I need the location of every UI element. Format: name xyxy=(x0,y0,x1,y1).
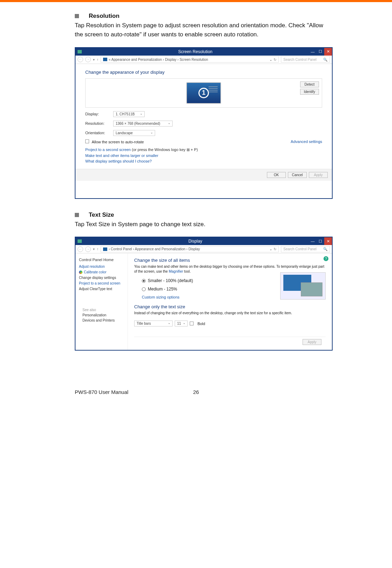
history-button[interactable]: ▾ xyxy=(93,58,95,62)
font-size-select[interactable]: 11 xyxy=(175,321,188,326)
refresh-button[interactable]: ↻ xyxy=(274,58,276,62)
radio-medium[interactable] xyxy=(142,287,146,291)
make-text-link[interactable]: Make text and other items larger or smal… xyxy=(85,153,322,158)
orientation-select[interactable]: Landscape xyxy=(113,130,155,136)
apply-button[interactable]: Apply xyxy=(303,339,321,345)
bullet-icon xyxy=(75,213,79,217)
minimize-button[interactable]: — xyxy=(309,237,317,245)
bullet-icon xyxy=(75,14,79,18)
breadcrumb-text: › Control Panel › Appearance and Persona… xyxy=(109,247,200,251)
seealso-personalization[interactable]: Personalization xyxy=(82,313,121,317)
resolution-label: Resolution: xyxy=(85,121,113,125)
search-input[interactable]: Search Control Panel 🔍 xyxy=(281,246,330,252)
close-button[interactable]: ✕ xyxy=(324,237,332,245)
footer-manual: PWS-870 User Manual xyxy=(75,389,128,395)
sidebar-home[interactable]: Control Panel Home xyxy=(79,258,124,262)
window-icon xyxy=(78,239,82,243)
heading-text-only: Change only the text size xyxy=(134,304,326,309)
forward-button[interactable]: → xyxy=(85,246,91,252)
search-icon: 🔍 xyxy=(323,247,327,251)
advanced-settings-link[interactable]: Advanced settings xyxy=(291,139,322,144)
search-placeholder: Search Control Panel xyxy=(283,247,317,251)
search-placeholder: Search Control Panel xyxy=(283,58,317,62)
monitor-preview[interactable]: 1 xyxy=(186,82,221,104)
breadcrumb-text: « Appearance and Personalization › Displ… xyxy=(109,58,208,62)
maximize-button[interactable]: ☐ xyxy=(317,237,324,245)
search-input[interactable]: Search Control Panel 🔍 xyxy=(281,56,330,63)
up-button[interactable]: ↑ xyxy=(97,247,99,251)
bold-checkbox[interactable] xyxy=(190,322,194,325)
footer-page-number: 26 xyxy=(193,389,199,395)
monitor-preview-panel: 1 Detect Identify xyxy=(85,78,322,108)
panel-heading: Change the appearance of your display xyxy=(85,70,322,75)
up-button[interactable]: ↑ xyxy=(97,58,99,62)
detect-button[interactable]: Detect xyxy=(300,81,319,87)
bold-label: Bold xyxy=(197,322,205,326)
window-icon xyxy=(78,50,82,53)
sidebar-project[interactable]: Project to a second screen xyxy=(79,281,124,285)
heading-change-size: Change the size of all items xyxy=(134,258,326,263)
seealso-heading: See also xyxy=(82,308,121,312)
sidebar-calibrate-color[interactable]: Calibrate color xyxy=(79,270,124,274)
minimize-button[interactable]: — xyxy=(309,48,317,56)
screenshot-display: Display — ☐ ✕ ← → ▾ ↑ › Control Panel › … xyxy=(75,237,333,351)
section-text-textsize: Tap Text Size in System page to change t… xyxy=(75,220,333,229)
history-button[interactable]: ▾ xyxy=(93,247,95,251)
sidebar-change-display[interactable]: Change display settings xyxy=(79,276,124,280)
cancel-button[interactable]: Cancel xyxy=(288,172,307,178)
screenshot-resolution: Screen Resolution — ☐ ✕ ← → ▾ ↑ « Appear… xyxy=(75,47,333,199)
section-text-resolution: Tap Resolution in System page to adjust … xyxy=(75,21,333,39)
resolution-select[interactable]: 1366 × 768 (Recommended) xyxy=(113,121,173,127)
orientation-label: Orientation: xyxy=(85,131,113,135)
sidebar-adjust-resolution[interactable]: Adjust resolution xyxy=(79,265,124,268)
monitor-icon xyxy=(103,58,107,61)
search-icon: 🔍 xyxy=(323,58,327,62)
identify-button[interactable]: Identify xyxy=(300,89,319,95)
breadcrumb-chevron-icon: ⌄ xyxy=(269,58,272,62)
what-settings-link[interactable]: What display settings should I choose? xyxy=(85,159,322,163)
monitor-number: 1 xyxy=(198,88,209,98)
forward-button[interactable]: → xyxy=(85,57,91,62)
close-button[interactable]: ✕ xyxy=(324,48,332,56)
section-heading-textsize: Text Size xyxy=(89,211,114,218)
maximize-button[interactable]: ☐ xyxy=(317,48,324,56)
magnifier-link[interactable]: Magnifier xyxy=(169,269,183,273)
back-button[interactable]: ← xyxy=(78,246,83,252)
autorotate-label: Allow the screen to auto-rotate xyxy=(92,140,144,144)
radio-medium-label: Medium - 125% xyxy=(148,287,177,292)
breadcrumb[interactable]: › Control Panel › Appearance and Persona… xyxy=(101,246,279,252)
radio-smaller[interactable] xyxy=(142,279,146,283)
breadcrumb[interactable]: « Appearance and Personalization › Displ… xyxy=(101,56,279,63)
apply-button[interactable]: Apply xyxy=(309,172,328,178)
section-heading-resolution: Resolution xyxy=(89,13,119,20)
project-screen-link[interactable]: Project to a second screen (or press the… xyxy=(85,148,322,152)
window-title: Screen Resolution xyxy=(82,49,309,54)
monitor-icon xyxy=(103,247,107,251)
radio-smaller-label: Smaller - 100% (default) xyxy=(148,278,193,283)
text-item-select[interactable]: Title bars xyxy=(134,321,173,326)
back-button[interactable]: ← xyxy=(78,57,83,62)
breadcrumb-chevron-icon: ⌄ xyxy=(269,247,272,251)
refresh-button[interactable]: ↻ xyxy=(274,247,276,251)
help-icon[interactable]: ? xyxy=(324,256,328,261)
size-preview xyxy=(280,272,326,300)
sidebar-cleartype[interactable]: Adjust ClearType text xyxy=(79,287,124,291)
desc-text-only: Instead of changing the size of everythi… xyxy=(134,311,326,316)
ok-button[interactable]: OK xyxy=(267,172,286,178)
color-wheel-icon xyxy=(79,271,82,274)
seealso-devices[interactable]: Devices and Printers xyxy=(82,318,121,322)
autorotate-checkbox[interactable] xyxy=(85,139,89,143)
window-title: Display xyxy=(82,239,309,244)
monitor-grid-icon xyxy=(209,86,218,93)
display-select[interactable]: 1. CH7511B xyxy=(113,111,145,117)
display-label: Display: xyxy=(85,112,113,116)
